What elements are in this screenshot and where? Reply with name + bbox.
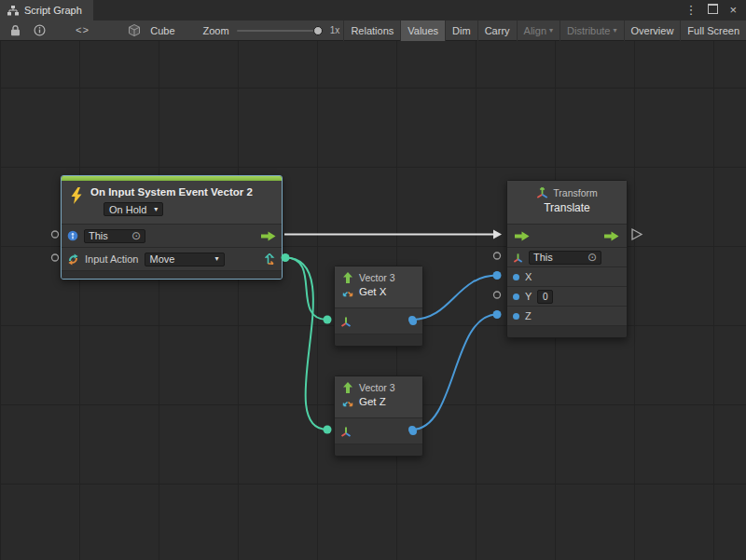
unconnected-port — [494, 253, 501, 259]
node-footer — [507, 325, 627, 337]
axis-mini-icon — [340, 426, 352, 437]
title-bar: Script Graph ⋮ × — [0, 0, 746, 20]
button-label: Full Screen — [687, 25, 739, 36]
input-port-z[interactable] — [513, 313, 519, 320]
input-action-value: Move — [150, 253, 175, 265]
target-picker-icon[interactable]: ⊙ — [131, 230, 141, 241]
button-label: Relations — [351, 25, 394, 36]
node-get-z[interactable]: Vector 3 Get Z — [334, 376, 423, 457]
toolbar-button-carry[interactable]: Carry — [477, 20, 517, 41]
toolbar-button-align[interactable]: Align ▾ — [517, 20, 560, 41]
axis-mini-icon — [340, 316, 352, 327]
node-title: On Input System Event Vector 2 — [90, 184, 253, 199]
this-object-field[interactable]: This ⊙ — [529, 251, 601, 265]
toolbar-button-overview[interactable]: Overview — [624, 20, 681, 41]
zoom-slider-track — [237, 30, 323, 32]
node-type-label: Transform — [553, 187, 597, 198]
input-action-icon — [67, 253, 79, 266]
port-label-x: X — [525, 271, 532, 282]
toolbar-button-fullscreen[interactable]: Full Screen — [680, 20, 746, 41]
graph-toolbar: <> Cube Zoom 1x Relations Values Dim Car… — [0, 20, 746, 41]
zoom-value: 1x — [330, 25, 340, 35]
this-label: This — [89, 230, 108, 241]
wire-endpoint — [493, 271, 502, 280]
get-component-icon — [342, 286, 353, 297]
flow-wire-arrowhead — [493, 230, 502, 239]
value-wire-teal — [285, 258, 327, 321]
node-title: Get Z — [359, 396, 386, 407]
this-label: This — [533, 252, 553, 263]
wire-endpoint — [324, 316, 332, 324]
object-name: Cube — [150, 25, 174, 36]
toolbar-button-values[interactable]: Values — [400, 20, 445, 41]
maximize-icon[interactable] — [708, 0, 718, 20]
input-action-label: Input Action — [85, 253, 139, 265]
wire-endpoint — [493, 310, 502, 319]
wire-endpoint — [324, 426, 332, 434]
tab-label: Script Graph — [24, 5, 82, 16]
node-on-input-system-event[interactable]: On Input System Event Vector 2 On Hold ▾… — [61, 175, 283, 280]
flow-output-icon[interactable] — [604, 231, 619, 241]
flow-output-icon[interactable] — [261, 231, 276, 241]
zoom-slider-handle[interactable] — [313, 26, 323, 35]
vector-output-port[interactable] — [409, 428, 417, 435]
toolbar-button-dim[interactable]: Dim — [445, 20, 477, 41]
vector3-icon — [342, 382, 353, 393]
button-label: Values — [408, 25, 438, 36]
graph-canvas[interactable]: On Input System Event Vector 2 On Hold ▾… — [0, 41, 746, 560]
chevron-down-icon: ▾ — [214, 255, 218, 263]
tab-strip — [93, 0, 685, 20]
menu-icon[interactable]: ⋮ — [684, 0, 697, 20]
node-footer — [335, 444, 422, 456]
zoom-slider[interactable] — [237, 25, 323, 36]
target-picker-icon[interactable]: ⊙ — [587, 252, 597, 263]
unconnected-port — [494, 292, 501, 298]
node-type-label: Vector 3 — [359, 382, 395, 393]
code-icon[interactable]: <> — [73, 25, 92, 36]
chevron-down-icon: ▾ — [154, 206, 158, 213]
node-title: Translate — [507, 201, 627, 214]
cube-icon — [126, 24, 143, 36]
input-action-dropdown[interactable]: Move ▾ — [145, 253, 225, 266]
y-value-field[interactable]: 0 — [537, 290, 553, 304]
button-label: Align — [524, 25, 546, 36]
chevron-down-icon: ▾ — [614, 27, 617, 34]
vector-output-port[interactable] — [409, 318, 417, 325]
value-wire-blue — [412, 276, 497, 321]
node-get-x[interactable]: Vector 3 Get X — [334, 266, 423, 347]
toolbar-button-relations[interactable]: Relations — [343, 20, 400, 41]
vector2-output-icon[interactable] — [265, 253, 276, 265]
lightning-icon — [69, 187, 84, 204]
close-icon[interactable]: × — [729, 0, 737, 20]
button-label: Overview — [631, 25, 674, 36]
node-transform-translate[interactable]: Transform Translate This ⊙ — [506, 180, 628, 338]
zoom-label: Zoom — [203, 25, 229, 36]
flow-continue-icon — [632, 229, 642, 239]
event-mode-value: On Hold — [109, 204, 146, 215]
transform-icon — [536, 186, 548, 198]
input-port-y[interactable] — [513, 294, 519, 300]
node-footer — [335, 334, 422, 346]
value-wire-blue — [412, 315, 497, 430]
get-component-icon — [342, 396, 353, 407]
this-object-field[interactable]: This ⊙ — [84, 229, 145, 243]
port-label-y: Y — [525, 291, 532, 302]
toolbar-button-distribute[interactable]: Distribute ▾ — [560, 20, 623, 41]
node-type-label: Vector 3 — [359, 272, 395, 283]
event-mode-dropdown[interactable]: On Hold ▾ — [104, 202, 163, 216]
input-port-x[interactable] — [513, 274, 519, 280]
chevron-down-icon: ▾ — [549, 27, 553, 34]
button-label: Dim — [452, 25, 471, 36]
button-label: Carry — [485, 25, 510, 36]
info-icon[interactable] — [31, 24, 48, 36]
node-title: Get X — [359, 286, 386, 297]
port-label-z: Z — [525, 310, 532, 321]
vector3-icon — [342, 272, 353, 283]
tab-script-graph[interactable]: Script Graph — [0, 0, 93, 20]
lock-icon[interactable] — [7, 24, 23, 36]
unconnected-port — [52, 254, 59, 261]
node-footer — [62, 270, 282, 279]
maximize-glyph — [708, 4, 718, 14]
graph-icon — [7, 6, 19, 16]
flow-input-icon[interactable] — [515, 231, 530, 241]
